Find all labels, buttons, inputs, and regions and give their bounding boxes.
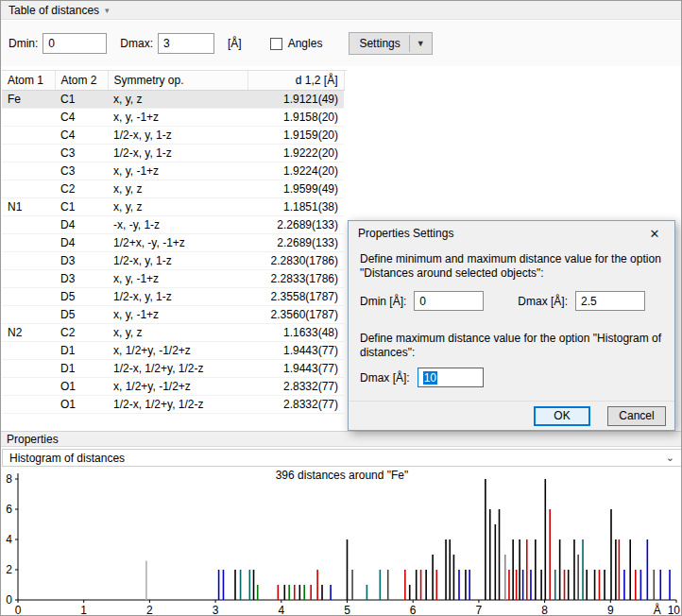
ok-button[interactable]: OK (534, 406, 590, 426)
panel-title: Table of distances (9, 4, 99, 17)
dialog-description-1: Define minimum and maximum distance valu… (360, 252, 664, 281)
settings-button[interactable]: Settings ▼ (349, 32, 432, 55)
table-cell: x, y, -1+z (108, 109, 247, 127)
table-cell (2, 145, 55, 163)
table-cell: x, y, z (108, 91, 247, 109)
table-cell (2, 127, 55, 145)
dialog-dmax2-input[interactable]: 10 (418, 368, 484, 387)
table-cell (2, 342, 55, 360)
table-row[interactable]: D5x, y, -1+z2.3560(1787) (2, 306, 344, 324)
table-cell (2, 378, 55, 396)
dialog-footer: OK Cancel (349, 401, 674, 430)
table-cell: D5 (55, 288, 108, 306)
settings-label: Settings (359, 37, 400, 50)
table-cell: O1 (55, 396, 108, 414)
dialog-titlebar[interactable]: Properties Settings (349, 221, 674, 246)
table-cell: C4 (55, 109, 108, 127)
settings-dropdown-icon[interactable]: ▼ (409, 35, 432, 52)
table-cell: D3 (55, 270, 108, 288)
distance-table: Atom 1 Atom 2 Symmetry op. d 1,2 [Å] FeC… (2, 70, 347, 414)
table-cell (2, 270, 55, 288)
table-cell (2, 109, 55, 127)
angles-checkbox[interactable] (270, 38, 282, 50)
table-cell (2, 306, 55, 324)
table-row[interactable]: D11/2-x, 1/2+y, 1/2-z1.9443(77) (2, 360, 344, 378)
svg-text:8: 8 (541, 604, 548, 616)
svg-text:10: 10 (668, 604, 681, 616)
table-cell: 2.8332(77) (247, 396, 344, 414)
table-row[interactable]: O11/2-x, 1/2+y, 1/2-z2.8332(77) (2, 396, 344, 414)
dialog-title: Properties Settings (358, 227, 453, 240)
svg-text:0: 0 (15, 604, 22, 616)
table-cell (2, 180, 55, 198)
svg-text:4: 4 (278, 604, 284, 616)
table-cell: -x, -y, 1-z (108, 216, 247, 234)
svg-text:6: 6 (410, 604, 417, 616)
dialog-dmax2-label: Dmax [Å]: (360, 371, 410, 385)
table-row[interactable]: N2C2x, y, z1.1633(48) (2, 324, 344, 342)
dialog-dmin-label: Dmin [Å]: (360, 295, 406, 308)
header-atom2[interactable]: Atom 2 (55, 71, 108, 91)
table-cell: x, y, z (108, 198, 247, 216)
histogram-svg: 02468012345678910Å (1, 468, 682, 616)
table-cell: 1/2-x, y, 1-z (108, 252, 247, 270)
header-atom1[interactable]: Atom 1 (2, 71, 55, 91)
table-row[interactable]: C4x, y, -1+z1.9158(20) (2, 109, 344, 127)
table-cell: 1.9159(20) (247, 127, 344, 145)
panel-menu-icon[interactable]: ▾ (105, 6, 110, 15)
close-icon[interactable]: ✕ (639, 223, 671, 244)
table-cell: D3 (55, 252, 108, 270)
cancel-button[interactable]: Cancel (607, 406, 666, 426)
table-cell: 1.9443(77) (247, 342, 344, 360)
dmax-input[interactable] (158, 33, 214, 54)
dialog-dmin-input[interactable] (414, 291, 484, 311)
table-row[interactable]: D41/2+x, -y, -1+z2.2689(133) (2, 234, 344, 252)
table-cell: 1.1851(38) (247, 198, 344, 216)
panel-titlebar: Table of distances ▾ (1, 1, 681, 20)
table-cell: 1.9222(20) (247, 145, 344, 163)
table-cell: x, 1/2+y, -1/2+z (108, 378, 247, 396)
table-cell: D1 (55, 342, 108, 360)
dmin-label: Dmin: (9, 37, 38, 50)
table-row[interactable]: C2x, y, z1.9599(49) (2, 180, 344, 198)
table-row[interactable]: C3x, y, -1+z1.9224(20) (2, 163, 344, 180)
table-row[interactable]: D3x, y, -1+z2.2833(1786) (2, 270, 344, 288)
dialog-dmax-input[interactable] (575, 291, 645, 311)
properties-selector-value: Histogram of distances (9, 452, 125, 465)
header-symmetry-op[interactable]: Symmetry op. (108, 71, 247, 91)
table-row[interactable]: D1x, 1/2+y, -1/2+z1.9443(77) (2, 342, 344, 360)
table-cell: 1.9599(49) (247, 180, 344, 198)
dmin-input[interactable] (43, 33, 107, 54)
table-row[interactable]: D4-x, -y, 1-z2.2689(133) (2, 216, 344, 234)
table-cell: 2.2830(1786) (247, 252, 344, 270)
table-cell: 2.2689(133) (247, 216, 344, 234)
table-cell (2, 396, 55, 414)
table-row[interactable]: D51/2-x, y, 1-z2.3558(1787) (2, 288, 344, 306)
properties-settings-dialog: Properties Settings ✕ Define minimum and… (348, 220, 675, 431)
table-cell: x, 1/2+y, -1/2+z (108, 342, 247, 360)
table-cell: 1.9224(20) (247, 163, 344, 180)
table-header-row: Atom 1 Atom 2 Symmetry op. d 1,2 [Å] (2, 71, 344, 91)
table-cell: N2 (2, 324, 55, 342)
table-row[interactable]: C31/2-x, y, 1-z1.9222(20) (2, 145, 344, 163)
header-distance[interactable]: d 1,2 [Å] (247, 71, 344, 91)
svg-text:1: 1 (80, 604, 87, 616)
table-row[interactable]: D31/2-x, y, 1-z2.2830(1786) (2, 252, 344, 270)
svg-text:6: 6 (6, 503, 12, 516)
dialog-dmax2-value: 10 (423, 371, 437, 385)
table-row[interactable]: C41/2-x, y, 1-z1.9159(20) (2, 127, 344, 145)
table-cell: 1/2-x, 1/2+y, 1/2-z (108, 396, 247, 414)
table-cell: 1/2-x, 1/2+y, 1/2-z (108, 360, 247, 378)
table-row[interactable]: N1C1x, y, z1.1851(38) (2, 198, 344, 216)
table-cell: C4 (55, 127, 108, 145)
table-of-distances-window: Table of distances ▾ Dmin: Dmax: [Å] Ang… (0, 0, 682, 616)
table-row[interactable]: O1x, 1/2+y, -1/2+z2.8332(77) (2, 378, 344, 396)
properties-selector[interactable]: Histogram of distances ⌄ (2, 449, 682, 467)
table-cell: 2.2689(133) (247, 234, 344, 252)
table-row[interactable]: FeC1x, y, z1.9121(49) (2, 91, 344, 109)
table-cell: 2.2833(1786) (247, 270, 344, 288)
svg-text:0: 0 (6, 593, 12, 607)
dialog-dmax-label: Dmax [Å]: (518, 295, 568, 308)
dialog-description-2: Define maximum distance value for the op… (360, 332, 664, 360)
table-cell: 1.9121(49) (247, 91, 344, 109)
